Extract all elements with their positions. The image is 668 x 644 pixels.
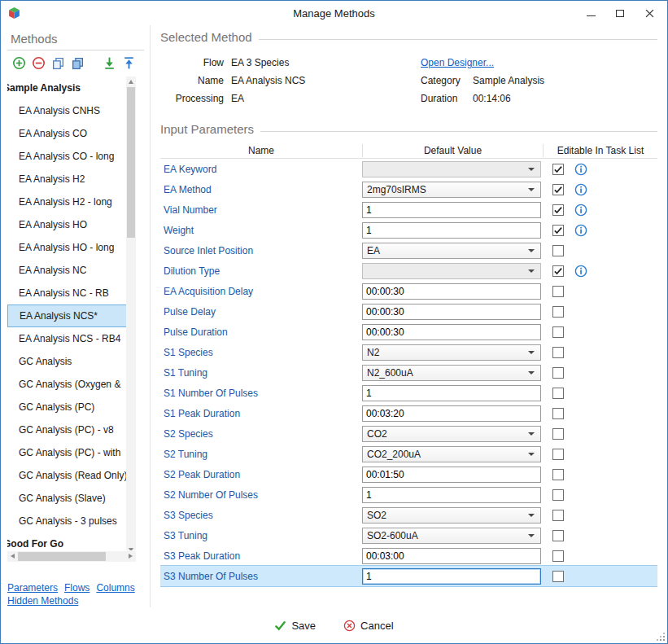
minimize-button[interactable] (586, 8, 596, 18)
editable-checkbox[interactable] (552, 469, 564, 480)
method-list-item[interactable]: EA Analysis CO - long (7, 145, 126, 168)
editable-checkbox[interactable] (552, 347, 564, 358)
add-method-button[interactable] (12, 56, 26, 70)
editable-checkbox[interactable] (552, 530, 564, 541)
method-list-item[interactable]: EA Analysis CO (7, 122, 126, 145)
method-list-item[interactable]: EA Analysis NCS - RB4 (7, 327, 126, 350)
parameter-input[interactable] (362, 467, 541, 483)
editable-checkbox[interactable] (552, 225, 564, 236)
scroll-down-icon (129, 548, 133, 550)
flows-link[interactable]: Flows (64, 582, 90, 594)
close-button[interactable] (644, 8, 654, 18)
method-list-item[interactable]: GC Analysis - 3 pulses (7, 510, 126, 532)
parameter-name: S1 Number Of Pulses (160, 388, 362, 399)
method-list-item[interactable]: EA Analysis H2 - long (7, 191, 126, 213)
editable-checkbox[interactable] (552, 571, 564, 582)
vertical-scrollbar-thumb[interactable] (127, 87, 135, 238)
editable-checkbox[interactable] (552, 408, 564, 419)
parameter-value-cell (362, 283, 543, 300)
parameter-dropdown[interactable] (362, 161, 541, 177)
method-list-item[interactable]: EA Analysis NC - RB (7, 282, 126, 304)
editable-checkbox[interactable] (552, 388, 564, 399)
editable-checkbox[interactable] (552, 550, 564, 562)
parameter-dropdown[interactable]: SO2 (362, 507, 541, 524)
vertical-scrollbar[interactable] (126, 77, 136, 550)
parameter-input[interactable] (362, 202, 541, 218)
editable-checkbox[interactable] (552, 184, 564, 195)
editable-cell (543, 286, 657, 297)
method-list-item[interactable]: GC Analysis (PC) - v8 (7, 418, 126, 441)
method-list-item[interactable]: EA Analysis NCS* (7, 304, 126, 327)
hidden-methods-link[interactable]: Hidden Methods (7, 595, 78, 607)
parameter-dropdown[interactable]: N2 (362, 344, 541, 361)
parameter-input[interactable] (362, 548, 541, 564)
editable-checkbox[interactable] (552, 367, 564, 379)
parameters-link[interactable]: Parameters (7, 582, 58, 594)
columns-link[interactable]: Columns (96, 582, 134, 594)
editable-checkbox[interactable] (552, 265, 564, 277)
parameter-name: EA Keyword (160, 164, 362, 175)
editable-checkbox[interactable] (552, 164, 564, 175)
info-icon[interactable] (574, 224, 587, 237)
method-list-item[interactable]: GC Analysis (Read Only) (7, 464, 126, 487)
info-icon[interactable] (574, 163, 587, 176)
parameter-input[interactable] (362, 222, 541, 239)
parameter-input[interactable] (362, 283, 541, 300)
parameter-input[interactable] (362, 568, 541, 585)
method-group-header[interactable]: Good For Go (7, 532, 126, 550)
editable-checkbox[interactable] (552, 428, 564, 440)
horizontal-scrollbar-thumb[interactable] (18, 552, 106, 561)
method-list-item[interactable]: GC Analysis (Slave) (7, 487, 126, 510)
editable-checkbox[interactable] (552, 286, 564, 297)
editable-checkbox[interactable] (552, 510, 564, 521)
method-list-item[interactable]: EA Analysis H2 (7, 168, 126, 191)
info-icon[interactable] (574, 204, 587, 217)
editable-checkbox[interactable] (552, 326, 564, 338)
parameter-name: S1 Peak Duration (160, 408, 362, 419)
parameter-row: Weight (160, 220, 657, 240)
duplicate-method-button[interactable] (71, 56, 85, 70)
method-list-item[interactable]: GC Analysis (PC) - with (7, 441, 126, 464)
parameter-dropdown[interactable] (362, 263, 541, 279)
editable-checkbox[interactable] (552, 245, 564, 256)
parameter-value-cell (362, 324, 543, 340)
method-list-item[interactable]: GC Analysis (Oxygen & (7, 373, 126, 396)
editable-checkbox[interactable] (552, 306, 564, 318)
method-list-item[interactable]: GC Analysis (7, 350, 126, 373)
export-method-button[interactable] (122, 56, 136, 70)
horizontal-scrollbar[interactable] (7, 551, 136, 562)
parameter-dropdown[interactable]: 2mg70sIRMS (362, 182, 541, 198)
editable-checkbox[interactable] (552, 204, 564, 216)
parameter-row: S1 Number Of Pulses (160, 383, 657, 403)
scroll-right-icon (129, 554, 133, 559)
editable-checkbox[interactable] (552, 489, 564, 501)
info-icon[interactable] (574, 265, 587, 278)
parameter-input[interactable] (362, 304, 541, 320)
parameter-input[interactable] (362, 324, 541, 340)
open-designer-link[interactable]: Open Designer... (421, 57, 494, 68)
save-button[interactable]: Save (274, 620, 316, 632)
remove-method-button[interactable] (32, 56, 46, 70)
parameter-input[interactable] (362, 385, 541, 401)
resize-grip[interactable] (656, 632, 666, 642)
parameter-dropdown[interactable]: CO2_200uA (362, 446, 541, 462)
method-list-item[interactable]: GC Analysis (PC) (7, 396, 126, 418)
parameter-dropdown[interactable]: CO2 (362, 426, 541, 442)
info-icon[interactable] (574, 183, 587, 196)
method-list-item[interactable]: EA Analysis NC (7, 259, 126, 282)
parameter-dropdown[interactable]: N2_600uA (362, 365, 541, 381)
parameter-input[interactable] (362, 405, 541, 422)
copy-method-button[interactable] (51, 56, 65, 70)
cancel-button[interactable]: Cancel (343, 620, 393, 632)
method-group-header[interactable]: Sample Analysis (7, 77, 126, 99)
method-list-item[interactable]: EA Analysis HO - long (7, 236, 126, 259)
dropdown-value: SO2-600uA (367, 530, 528, 541)
method-list-item[interactable]: EA Analysis CNHS (7, 99, 126, 122)
parameter-dropdown[interactable]: EA (362, 243, 541, 259)
parameter-input[interactable] (362, 487, 541, 503)
maximize-button[interactable] (615, 8, 625, 18)
parameter-dropdown[interactable]: SO2-600uA (362, 528, 541, 544)
import-method-button[interactable] (103, 56, 116, 70)
method-list-item[interactable]: EA Analysis HO (7, 213, 126, 236)
editable-checkbox[interactable] (552, 449, 564, 460)
